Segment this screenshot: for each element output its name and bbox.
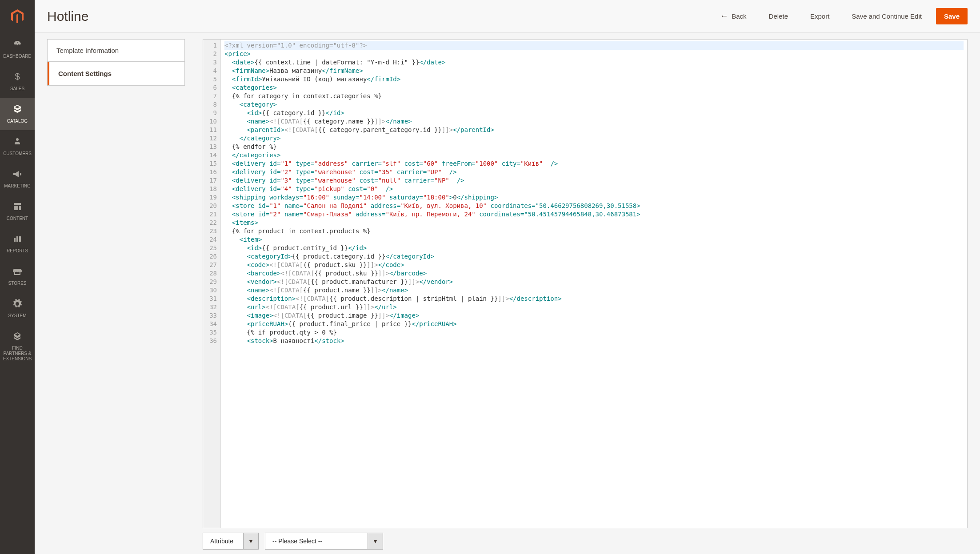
- sidebar-item-reports[interactable]: REPORTS: [0, 227, 35, 260]
- select-placeholder: -- Please Select --: [265, 538, 368, 545]
- sidebar-item-label: FIND PARTNERS & EXTENSIONS: [2, 346, 33, 362]
- sidebar-item-label: SALES: [10, 86, 24, 92]
- admin-sidebar: DASHBOARD $ SALES CATALOG CUSTOMERS MARK…: [0, 0, 35, 554]
- attribute-label: Attribute: [203, 538, 243, 545]
- page-header: Hotline Back Delete Export Save and Cont…: [35, 0, 980, 33]
- sidebar-item-label: SYSTEM: [8, 313, 26, 319]
- catalog-icon: [12, 104, 23, 116]
- sidebar-item-catalog[interactable]: CATALOG: [0, 98, 35, 130]
- sidebar-item-label: REPORTS: [7, 248, 28, 254]
- attribute-dropdown[interactable]: Attribute: [203, 533, 259, 550]
- sidebar-item-label: STORES: [8, 281, 27, 286]
- save-button[interactable]: Save: [936, 8, 968, 24]
- customers-icon: [12, 136, 23, 148]
- editor-bottom-toolbar: Attribute -- Please Select --: [203, 528, 968, 554]
- back-button[interactable]: Back: [712, 7, 754, 25]
- attribute-select-dropdown[interactable]: -- Please Select --: [265, 533, 383, 550]
- content-icon: [12, 201, 23, 213]
- sidebar-item-system[interactable]: SYSTEM: [0, 292, 35, 325]
- stores-icon: [12, 266, 23, 278]
- code-editor[interactable]: 1234567891011121314151617181920212223242…: [203, 39, 968, 528]
- marketing-icon: [12, 169, 23, 181]
- page-title: Hotline: [47, 9, 712, 24]
- sidebar-item-customers[interactable]: CUSTOMERS: [0, 130, 35, 163]
- sidebar-item-label: CATALOG: [7, 119, 28, 124]
- dashboard-icon: [12, 39, 23, 51]
- sidebar-item-label: DASHBOARD: [3, 54, 31, 59]
- reports-icon: [12, 234, 23, 246]
- magento-logo[interactable]: [0, 0, 35, 33]
- left-tabs-panel: Template Information Content Settings: [47, 33, 185, 554]
- sidebar-item-stores[interactable]: STORES: [0, 260, 35, 292]
- sidebar-item-marketing[interactable]: MARKETING: [0, 163, 35, 195]
- line-number-gutter: 1234567891011121314151617181920212223242…: [203, 40, 221, 528]
- sales-icon: $: [12, 72, 23, 84]
- sidebar-item-label: MARKETING: [4, 183, 30, 189]
- code-content[interactable]: <?xml version="1.0" encoding="utf-8"?><p…: [221, 40, 967, 528]
- sidebar-item-dashboard[interactable]: DASHBOARD: [0, 33, 35, 65]
- section-template-information[interactable]: Template Information: [48, 40, 184, 62]
- chevron-down-icon[interactable]: [243, 533, 258, 549]
- chevron-down-icon[interactable]: [368, 533, 383, 549]
- delete-button[interactable]: Delete: [761, 8, 796, 24]
- sidebar-item-label: CONTENT: [7, 216, 28, 221]
- sidebar-item-content[interactable]: CONTENT: [0, 195, 35, 227]
- gear-icon: [12, 299, 23, 311]
- export-button[interactable]: Export: [802, 8, 837, 24]
- save-continue-button[interactable]: Save and Continue Edit: [844, 8, 930, 24]
- sidebar-item-label: CUSTOMERS: [3, 151, 32, 156]
- partners-icon: [12, 331, 23, 343]
- section-content-settings[interactable]: Content Settings: [48, 62, 184, 85]
- sidebar-item-partners[interactable]: FIND PARTNERS & EXTENSIONS: [0, 325, 35, 368]
- sidebar-item-sales[interactable]: $ SALES: [0, 65, 35, 98]
- svg-text:$: $: [15, 72, 20, 81]
